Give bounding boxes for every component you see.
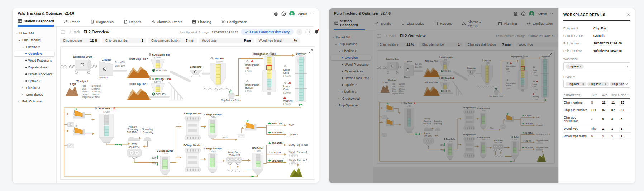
debarking-drum[interactable]: Debarking Drum	[61, 56, 97, 74]
sidebar-item-hobart-mill[interactable]: ⌄Hobart Mill	[14, 30, 54, 36]
wash-press[interactable]: Wash Press650 ADT/d	[227, 151, 241, 172]
primary-screening[interactable]: PrimaryScreening560 ADT/d	[127, 125, 141, 141]
three-stage-storage[interactable]: 3-Stage StorageL 48%	[204, 147, 222, 173]
two-stage-storage[interactable]: 2-Stage StorageL 52%	[204, 113, 222, 139]
prev-button[interactable]	[296, 29, 302, 35]
boc-chip-pile-b[interactable]: BOC Chip Pile B	[127, 83, 151, 100]
workplace-select[interactable]: Chip Bin×	[563, 62, 630, 70]
process-diagram-canvas: Debarking DrumChipper50 ton/hrRed: 40%Bl…	[60, 46, 315, 180]
digester[interactable]: Digester	[295, 53, 307, 102]
parameter-data-entry-button[interactable]: LT132 Parameter data entry	[241, 29, 294, 35]
app-header: Pulp Tracking & Optimizer_v2.4.6 Admin S…	[13, 8, 319, 27]
two-stage-washer[interactable]: 2-Stage Washer	[183, 112, 202, 140]
filter-chip[interactable]: Chip Size ...×	[610, 82, 624, 86]
sidebar-tree: ⌄Hobart Mill⌄Pulp Tracking⌄Fiberline 2Ov…	[13, 27, 56, 183]
avatar[interactable]	[289, 11, 295, 16]
close-icon[interactable]	[626, 13, 630, 17]
sidebar-item-fiberline-3[interactable]: ›Fiberline 3	[14, 85, 54, 90]
panel-field-pulp-in-time: Pulp In time18/03/2023 21:02:00	[563, 42, 630, 45]
svg-text:Red: Red	[82, 85, 86, 87]
svg-text:BOC Chip Pile B: BOC Chip Pile B	[129, 83, 148, 86]
sidebar-item-overview[interactable]: Overview	[14, 51, 54, 56]
svg-text:: 100 tons: : 100 tons	[91, 85, 101, 87]
svg-text:i: i	[247, 61, 248, 62]
three-stage-washer[interactable]: 3-Stage Washer	[183, 144, 202, 172]
pump-icon[interactable]	[238, 134, 244, 138]
filter-chip[interactable]: Chip Bin×	[566, 64, 584, 69]
svg-text:Impregnation: Impregnation	[245, 63, 259, 66]
remove-chip-icon[interactable]: ×	[580, 65, 582, 68]
boc-surge-bin[interactable]: iBOC Surge BinL 50%BOC: 45%	[149, 77, 171, 95]
back-button[interactable]: Back	[68, 30, 80, 34]
sidebar-item-groundwood[interactable]: ›Groundwood	[14, 92, 54, 97]
remove-chip-icon[interactable]: ×	[605, 82, 607, 86]
tab-trends[interactable]: Trends	[63, 19, 80, 27]
svg-text:3-Stage Buffer: 3-Stage Buffer	[157, 149, 173, 152]
blow-tank[interactable]: iBlow TankL 45%	[95, 107, 116, 143]
notifications-bell-icon[interactable]	[314, 29, 319, 34]
svg-text:i: i	[95, 108, 96, 109]
secondary-screening[interactable]: SecondaryScreening	[142, 128, 154, 141]
screening[interactable]: Screening	[190, 66, 202, 77]
svg-text:80 ADT/d: 80 ADT/d	[272, 122, 282, 125]
svg-text:Chipper: Chipper	[102, 58, 111, 61]
expand-icon[interactable]	[309, 48, 313, 52]
sidebar-item-wood-processing[interactable]: Wood Processing	[14, 58, 54, 63]
bullet-icon	[25, 53, 27, 54]
filter-chip[interactable]: Chip Moi...×	[566, 82, 586, 86]
chevron-right-icon: ›	[22, 93, 24, 96]
rom-chip-pile-a[interactable]: ROM Chip Pile A	[127, 58, 151, 78]
impregnation-vessel[interactable]: Impregnation Vessel	[253, 51, 277, 95]
sidebar-item-uptake-2[interactable]: Uptake 2	[14, 78, 54, 83]
tab-configuration[interactable]: Configuration	[221, 19, 248, 27]
sidebar-item-digester-area[interactable]: Digester Area	[14, 65, 54, 70]
sidebar-item-brown-stock-proc-[interactable]: Brown Stock Proc..	[14, 71, 54, 77]
chip-feeder-2[interactable]	[73, 125, 85, 135]
tab-diagnostics[interactable]: Diagnostics	[90, 19, 114, 27]
panel-field-current-grade: Current GradeGrandis	[563, 34, 630, 38]
sidebar-item-fiberline-2[interactable]: ⌄Fiberline 2	[14, 44, 54, 49]
tab-planning[interactable]: Planning	[192, 19, 211, 27]
sidebar-item-pulp-tracking[interactable]: ⌄Pulp Tracking	[14, 37, 54, 43]
pump-icon[interactable]	[67, 144, 74, 148]
pencil-icon	[245, 30, 248, 34]
divider	[563, 20, 630, 21]
pump-icon[interactable]	[67, 123, 74, 127]
svg-text:Red: 40%: Red: 40%	[115, 61, 125, 63]
help-icon[interactable]	[281, 11, 286, 16]
bsw-washer[interactable]: BSW620 ADT/d	[127, 143, 142, 159]
next-button[interactable]	[305, 29, 311, 35]
svg-text:: 60 tons: : 60 tons	[91, 93, 100, 95]
hd-buffer[interactable]: HD BufferL 38%	[252, 147, 264, 175]
svg-text:3-Stage Storage: 3-Stage Storage	[204, 147, 222, 150]
property-select[interactable]: Chip Moi...×Chip Pile ...×Chip Size ...×…	[563, 80, 630, 88]
dashboard-icon	[18, 19, 22, 23]
remove-chip-icon[interactable]: ×	[582, 82, 584, 86]
tab-alarms-events[interactable]: Alarms & Events	[151, 19, 182, 27]
svg-text:Primary: Primary	[129, 125, 137, 128]
panel-field-equipment: EquipmentChip Bin	[563, 27, 630, 30]
filter-chip[interactable]: Chip Pile ...×	[587, 82, 609, 86]
svg-text:: 87 tons: : 87 tons	[91, 96, 100, 98]
chip-feeder-3[interactable]	[244, 120, 257, 130]
chip-feeder-1[interactable]	[73, 108, 85, 119]
table-row: Chip size distribution-000	[563, 114, 630, 125]
overlay-scrim[interactable]	[329, 8, 558, 183]
chip-bin[interactable]: iChip BinL 30%Chip Meter: 4.5 rpm	[203, 57, 241, 102]
menu-icon[interactable]	[60, 30, 65, 34]
user-menu[interactable]: Admin	[298, 12, 307, 16]
svg-text:2-Stage Washer: 2-Stage Washer	[183, 112, 202, 115]
svg-text:HD Buffer: HD Buffer	[252, 147, 264, 149]
svg-text:Debarking Drum: Debarking Drum	[73, 56, 92, 58]
chevron-down-icon	[625, 82, 628, 86]
sidebar-item-pulp-optimizer[interactable]: ›Pulp Optimizer	[14, 99, 54, 104]
print-icon[interactable]	[273, 11, 278, 16]
tab-reports[interactable]: Reports	[123, 19, 142, 27]
chipper[interactable]: Chipper50 ton/hr	[99, 58, 113, 79]
page-title: FL2 Overview	[84, 30, 109, 34]
table-row: Wood typemho111	[563, 125, 630, 133]
tab-station-dashboard[interactable]: Station Dashboard	[18, 19, 54, 27]
svg-text:70%: 70%	[152, 162, 156, 164]
workplace-chips: Chip Bin×	[566, 64, 624, 69]
chute	[168, 82, 184, 100]
